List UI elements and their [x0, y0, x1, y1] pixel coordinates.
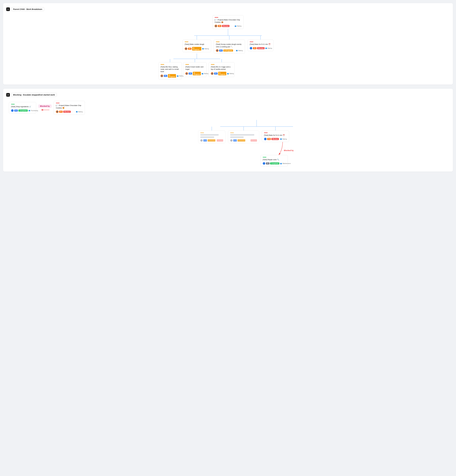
l2-1-footer-s1: 👤 P0 In Progress 👥 Baking	[185, 47, 209, 51]
l3-2-team-s1: 👥 Baking	[202, 73, 208, 75]
l3-2-footer-s1: 👤 P1 In Progress 👥 Baking	[185, 72, 204, 75]
shop-priority-s2: P1	[14, 110, 18, 112]
l3-1-footer-s1: 👤 P1 In Progress 👥 Baking	[161, 74, 180, 78]
connector-l2-2-s1	[229, 36, 229, 40]
l2-3-footer-s1: 👤 P0 Blocked 👥 Baking	[250, 47, 271, 50]
l2-2-team-s1: 👥 Baking	[236, 50, 243, 51]
level2-card-3-s1[interactable]: [Task] Bake for 9-11 min ⏰ 👤 P0 Blocked …	[248, 40, 274, 51]
l3-1-avatar-s1: 👤	[161, 75, 163, 77]
bake-team-s2: 👥 Baking	[280, 138, 287, 140]
blur-2-accent-s2	[230, 133, 234, 133]
blocked-by-label-1-s2: Blocked by	[38, 104, 52, 108]
repair-team-s2: 👥 Maintenance	[280, 163, 291, 164]
level3-card-2-s1[interactable]: [Task] Cream butter and sugar 👤 P1 In Pr…	[183, 62, 206, 77]
root-status-s2: Blocked	[63, 111, 71, 113]
team-icon-l3-3-s1: 👥	[227, 73, 229, 75]
level3-card-1-s1[interactable]: [Task] Mix flour, baking soda, and salt …	[158, 62, 182, 79]
connector-l2-3-s1	[260, 36, 261, 40]
shop-card-s2[interactable]: [Task] Shop ingredients 🛒 👤 P1 Completed…	[9, 102, 36, 113]
root-avatar-s2: 👤	[56, 110, 59, 113]
connector-l3-1-s1	[170, 59, 170, 62]
l3-3-accent-s1	[211, 64, 215, 65]
section-1-title: Parent Child - Work Breakdown	[11, 7, 44, 11]
root-accent-s2	[56, 103, 60, 103]
root-avatar-s1: 👤	[215, 25, 217, 27]
level3-card-3-s1[interactable]: [Task] Mix in 2 eggs and a tsp of vanill…	[209, 62, 235, 77]
connector-l3-3-s1	[222, 59, 222, 62]
team-icon-s1: 👥	[235, 25, 236, 27]
l3-3-avatar-s1: 👤	[211, 72, 214, 75]
repair-card-s2[interactable]: [Task] Repair oven 🔧 👤 P2 Completed 👥 Ma…	[260, 155, 288, 166]
connector-root-down-s1	[228, 29, 228, 35]
bake-status-s2: Blocked	[271, 138, 279, 140]
l2-1-avatar-s1: 👤	[185, 47, 187, 50]
l2-2-avatar-s1: 👤	[216, 49, 218, 52]
connector-l2-1-s1	[197, 36, 197, 40]
team-icon-l2-2-s1: 👥	[236, 50, 238, 51]
l2-2-priority-s1: P1	[219, 50, 223, 51]
l2-3-title-s1: [Task] Bake for 9-11 min ⏰	[250, 43, 271, 45]
l3-3-title-s1: [Task] Mix in 2 eggs and a tsp of vanill…	[211, 66, 232, 70]
team-icon-l3-2-s1: 👥	[202, 73, 203, 75]
repair-footer-s2: 👤 P2 Completed 👥 Maintenance	[263, 162, 286, 165]
shop-accent-s2	[11, 104, 15, 104]
l3-3-team-s1: 👥 Baking	[227, 73, 234, 75]
bake-title-s2: [Task] Bake for 9-11 min ⏰	[264, 134, 287, 136]
l2-3-accent-s1	[250, 42, 253, 42]
l3-1-accent-s1	[161, 64, 164, 65]
l2-3-avatar-s1: 👤	[250, 47, 252, 50]
l3-2-accent-s1	[185, 64, 189, 65]
root-team-s2: 👥 Baking	[76, 111, 83, 112]
bake-priority-s2: P0	[267, 138, 271, 140]
section-1-header: 1 Parent Child - Work Breakdown	[6, 7, 450, 11]
l2-1-team-s1: 👥 Baking	[202, 48, 209, 50]
repair-avatar-s2: 👤	[263, 162, 265, 165]
team-icon-l3-1-s1: 👥	[177, 75, 179, 77]
l3-2-status-s1: In Progress	[193, 72, 201, 75]
root-card-s1[interactable]: [📄 Project] Make Chocolate Chip Cookies …	[212, 15, 244, 29]
l3-1-status-s1: In Progress	[168, 74, 176, 78]
level2-card-2-s1[interactable]: [Task] Scoop cookie dough evenly onto a …	[214, 40, 245, 53]
repair-accent-s2	[263, 157, 266, 157]
root-footer-s2: 👤 P0 Blocked 👥 Baking	[56, 110, 83, 113]
shop-avatar-s2: 👤	[11, 109, 14, 112]
level2-card-1-s1[interactable]: [Task] Make cookie dough 👤 P0 In Progres…	[182, 40, 211, 52]
team-icon-l2-3-s1: 👥	[265, 47, 267, 49]
connector-l3-2-s1	[195, 59, 195, 62]
root-title-s2: [📄 Project] Make Chocolate Chip Cookies …	[56, 104, 83, 109]
shop-status-s2: Completed	[18, 110, 28, 112]
l3-2-title-s1: [Task] Cream butter and sugar	[185, 66, 204, 70]
l2-3-priority-s1: P0	[253, 47, 257, 49]
section-2: 2 Blocking - Escalate stopped/not starte…	[3, 89, 453, 172]
repair-priority-s2: P2	[266, 162, 269, 164]
bake-avatar-s2: 👤	[264, 138, 267, 140]
l2-1-accent-s1	[185, 42, 188, 42]
root-card-s2[interactable]: [📄 Project] Make Chocolate Chip Cookies …	[54, 101, 85, 115]
connector-root-s2-down	[257, 120, 257, 126]
section-2-header: 2 Blocking - Escalate stopped/not starte…	[6, 93, 450, 97]
l2-2-title-s1: [Task] Scoop cookie dough evenly onto a …	[216, 43, 243, 48]
root-priority-s1: P0	[218, 25, 221, 27]
l3-3-status-s1: In Progress	[218, 72, 226, 75]
root-team-s1: 👥 Baking	[235, 25, 241, 27]
bake-accent-s2	[264, 133, 268, 133]
bake-card-s2[interactable]: [Task] Bake for 9-11 min ⏰ 👤 P0 Blocked …	[262, 131, 289, 142]
l2-3-team-s1: 👥 Baking	[265, 47, 272, 49]
blurred-card-2-s2	[228, 131, 259, 143]
blurred-card-1-s2	[198, 131, 225, 143]
team-icon-root-s2: 👥	[76, 111, 78, 112]
bake-footer-s2: 👤 P0 Blocked 👥 Baking	[264, 138, 287, 140]
shop-footer-s2: 👤 P1 Completed 👥 Purchasing	[11, 109, 34, 112]
root-title-s1: [📄 Project] Make Chocolate Chip Cookies …	[215, 19, 241, 23]
svg-text:Blocked by: Blocked by	[284, 149, 294, 152]
l3-2-avatar-s1: 👤	[185, 72, 188, 75]
blur-1-accent-s2	[200, 133, 204, 133]
section-2-title: Blocking - Escalate stopped/not started …	[11, 93, 57, 97]
connector-bake-s2	[275, 127, 275, 131]
section-2-number: 2	[6, 93, 10, 97]
l3-3-priority-s1: P1	[214, 72, 218, 75]
root-priority-s2: P0	[59, 111, 63, 113]
l3-3-footer-s1: 👤 P1 In Progress 👥 Baking	[211, 72, 232, 75]
blocked-by-arrow-1-s2	[40, 109, 50, 111]
section-1: 1 Parent Child - Work Breakdown [📄 Proje…	[3, 3, 453, 85]
